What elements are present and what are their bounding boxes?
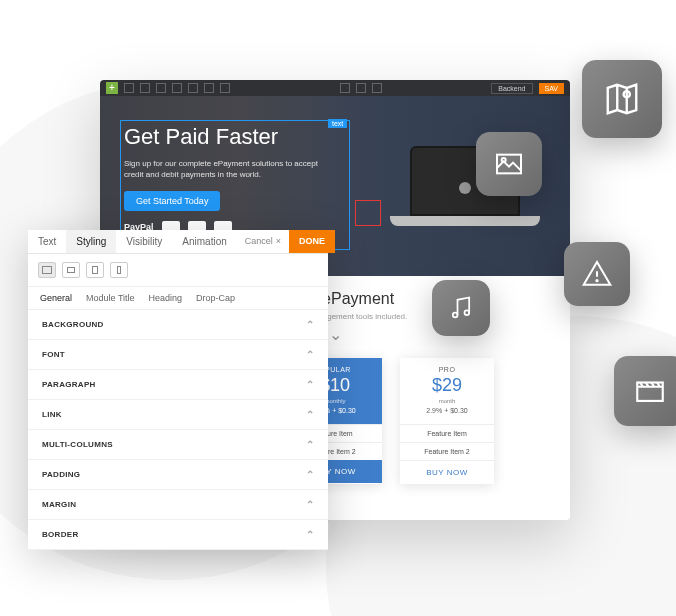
accordion-paragraph[interactable]: PARAGRAPH⌃ [28, 370, 328, 400]
music-icon[interactable] [432, 280, 490, 336]
plan-feature: Feature Item 2 [400, 442, 494, 460]
toolbar-icon[interactable] [204, 83, 214, 93]
subtab-module-title[interactable]: Module Title [86, 293, 135, 303]
chevron-icon: ⌃ [306, 409, 314, 420]
accordion-border[interactable]: BORDER⌃ [28, 520, 328, 550]
toolbar-icon[interactable] [124, 83, 134, 93]
device-selector [28, 254, 328, 287]
style-panel: Text Styling Visibility Animation Cancel… [28, 230, 328, 550]
device-desktop[interactable] [38, 262, 56, 278]
chevron-icon: ⌃ [306, 379, 314, 390]
accordion-font[interactable]: FONT⌃ [28, 340, 328, 370]
accordion-multi-columns[interactable]: MULTI-COLUMNS⌃ [28, 430, 328, 460]
plan-tier: PRO [404, 366, 490, 373]
cancel-button[interactable]: Cancel× [237, 230, 289, 253]
image-icon[interactable] [476, 132, 542, 196]
plan-feature: Feature Item [400, 424, 494, 442]
selection-handle[interactable] [355, 200, 381, 226]
save-button[interactable]: SAV [539, 83, 565, 94]
svg-point-6 [465, 310, 470, 315]
close-icon[interactable]: × [276, 236, 281, 246]
svg-point-5 [453, 313, 458, 318]
style-subtabs: General Module Title Heading Drop-Cap [28, 287, 328, 310]
accordion-margin[interactable]: MARGIN⌃ [28, 490, 328, 520]
tab-styling[interactable]: Styling [66, 230, 116, 253]
plan-price: $29 [404, 375, 490, 396]
toolbar-icon[interactable] [140, 83, 150, 93]
accordion-padding[interactable]: PADDING⌃ [28, 460, 328, 490]
chevron-icon: ⌃ [306, 529, 314, 540]
panel-tabs: Text Styling Visibility Animation Cancel… [28, 230, 328, 254]
subtab-drop-cap[interactable]: Drop-Cap [196, 293, 235, 303]
builder-toolbar: + Backend SAV [100, 80, 570, 96]
toolbar-icon[interactable] [356, 83, 366, 93]
device-mobile[interactable] [110, 262, 128, 278]
warning-icon[interactable] [564, 242, 630, 306]
subtab-heading[interactable]: Heading [149, 293, 183, 303]
buy-button[interactable]: BUY NOW [400, 460, 494, 484]
svg-point-4 [596, 280, 597, 281]
subtab-general[interactable]: General [40, 293, 72, 303]
backend-button[interactable]: Backend [491, 83, 532, 94]
toolbar-icon[interactable] [340, 83, 350, 93]
device-tablet-portrait[interactable] [86, 262, 104, 278]
toolbar-icon[interactable] [188, 83, 198, 93]
tab-animation[interactable]: Animation [172, 230, 236, 253]
accordion-link[interactable]: LINK⌃ [28, 400, 328, 430]
accordion-background[interactable]: BACKGROUND⌃ [28, 310, 328, 340]
tab-text[interactable]: Text [28, 230, 66, 253]
add-element-button[interactable]: + [106, 82, 118, 94]
chevron-icon: ⌃ [306, 469, 314, 480]
toolbar-icon[interactable] [372, 83, 382, 93]
toolbar-icon[interactable] [172, 83, 182, 93]
done-button[interactable]: DONE [289, 230, 335, 253]
chevron-icon: ⌃ [306, 349, 314, 360]
device-tablet-landscape[interactable] [62, 262, 80, 278]
chevron-icon: ⌃ [306, 319, 314, 330]
selection-tag[interactable]: text [328, 119, 347, 128]
style-accordion: BACKGROUND⌃ FONT⌃ PARAGRAPH⌃ LINK⌃ MULTI… [28, 310, 328, 550]
chevron-icon: ⌃ [306, 499, 314, 510]
map-icon[interactable] [582, 60, 662, 138]
pricing-card-pro[interactable]: PRO $29 month 2.9% + $0.30 Feature Item … [400, 358, 494, 484]
toolbar-icon[interactable] [220, 83, 230, 93]
tab-visibility[interactable]: Visibility [116, 230, 172, 253]
video-icon[interactable] [614, 356, 676, 426]
plan-cycle: month [404, 398, 490, 404]
chevron-icon: ⌃ [306, 439, 314, 450]
plan-rate: 2.9% + $0.30 [404, 407, 490, 414]
toolbar-icon[interactable] [156, 83, 166, 93]
